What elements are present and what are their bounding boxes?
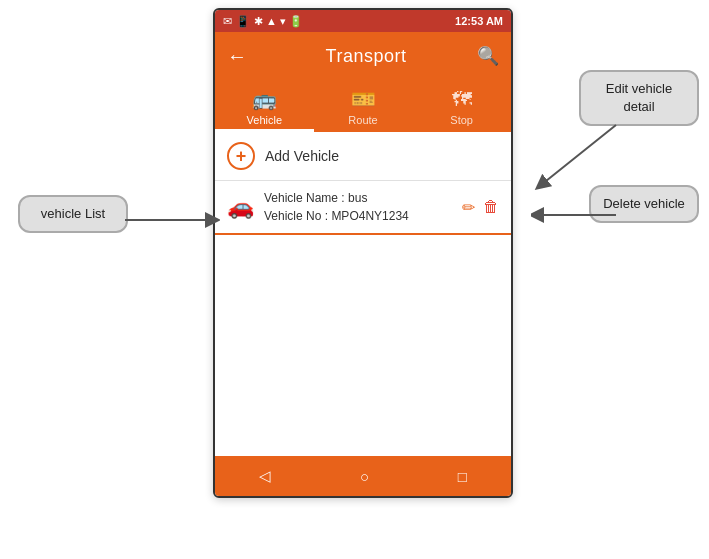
vehicle-car-icon: 🚗 [227, 194, 254, 220]
vehicle-tab-icon: 🚌 [252, 87, 277, 111]
app-title: Transport [255, 46, 477, 67]
status-time: 12:53 AM [455, 15, 503, 27]
status-whatsapp-icon: 📱 [236, 15, 250, 28]
bluetooth-icon: ✱ [254, 15, 263, 28]
vehicle-tab-label: Vehicle [247, 114, 282, 126]
delete-vehicle-arrow [531, 200, 621, 230]
recent-nav-button[interactable]: □ [458, 468, 467, 485]
app-bar: ← Transport 🔍 [215, 32, 511, 80]
vehicle-number: Vehicle No : MPO4NY1234 [264, 207, 452, 225]
tab-stop[interactable]: 🗺 Stop [412, 80, 511, 132]
tab-route[interactable]: 🎫 Route [314, 80, 413, 132]
vehicle-list-arrow [125, 205, 220, 235]
stop-tab-label: Stop [450, 114, 473, 126]
delete-vehicle-button[interactable]: 🗑 [483, 198, 499, 216]
battery-icon: 🔋 [289, 15, 303, 28]
phone-frame: ✉ 📱 ✱ ▲ ▾ 🔋 12:53 AM ← Transport 🔍 🚌 Veh… [213, 8, 513, 498]
vehicle-list-item: 🚗 Vehicle Name : bus Vehicle No : MPO4NY… [215, 181, 511, 235]
back-button[interactable]: ← [227, 45, 247, 68]
back-nav-button[interactable]: ◁ [259, 467, 271, 485]
content-area: + Add Vehicle 🚗 Vehicle Name : bus Vehic… [215, 132, 511, 456]
vehicle-name: Vehicle Name : bus [264, 189, 452, 207]
route-tab-icon: 🎫 [351, 87, 376, 111]
vehicle-list-callout: vehicle List [18, 195, 128, 233]
svg-line-1 [541, 125, 616, 185]
route-tab-label: Route [348, 114, 377, 126]
bottom-nav-bar: ◁ ○ □ [215, 456, 511, 496]
status-message-icon: ✉ [223, 15, 232, 28]
search-button[interactable]: 🔍 [477, 45, 499, 67]
signal-icon: ▲ [266, 15, 277, 27]
home-nav-button[interactable]: ○ [360, 468, 369, 485]
vehicle-actions: ✏ 🗑 [462, 198, 499, 217]
tab-bar: 🚌 Vehicle 🎫 Route 🗺 Stop [215, 80, 511, 132]
add-vehicle-icon: + [227, 142, 255, 170]
edit-vehicle-callout: Edit vehicle detail [579, 70, 699, 126]
vehicle-info: Vehicle Name : bus Vehicle No : MPO4NY12… [264, 189, 452, 225]
add-vehicle-label: Add Vehicle [265, 148, 339, 164]
tab-vehicle[interactable]: 🚌 Vehicle [215, 80, 314, 132]
status-bar: ✉ 📱 ✱ ▲ ▾ 🔋 12:53 AM [215, 10, 511, 32]
add-vehicle-row[interactable]: + Add Vehicle [215, 132, 511, 181]
edit-vehicle-arrow [531, 120, 621, 190]
wifi-icon: ▾ [280, 15, 286, 28]
stop-tab-icon: 🗺 [452, 88, 472, 111]
edit-vehicle-button[interactable]: ✏ [462, 198, 475, 217]
